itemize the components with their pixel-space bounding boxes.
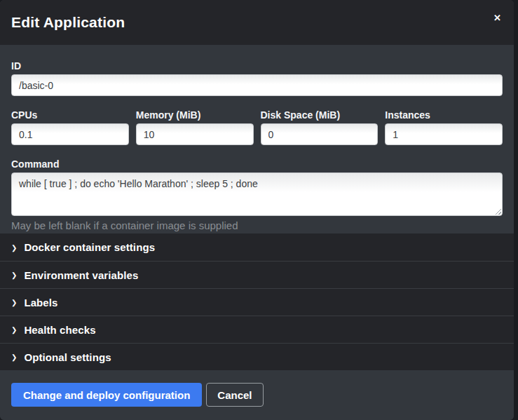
disk-field-group: Disk Space (MiB)	[261, 109, 379, 145]
memory-label: Memory (MiB)	[136, 109, 254, 121]
edit-application-form: ID CPUs Memory (MiB) Disk Space (MiB) In…	[0, 45, 514, 233]
command-textarea[interactable]: while [ true ] ; do echo 'Hello Marathon…	[11, 172, 503, 216]
memory-input[interactable]	[136, 123, 254, 145]
cancel-button[interactable]: Cancel	[206, 383, 263, 407]
section-label: Optional settings	[24, 351, 111, 363]
disk-input[interactable]	[261, 123, 379, 145]
section-environment-variables[interactable]: ❯ Environment variables	[0, 261, 514, 288]
section-label: Environment variables	[24, 269, 138, 281]
id-label: ID	[11, 60, 503, 72]
command-helper-text: May be left blank if a container image i…	[11, 219, 503, 231]
section-optional-settings[interactable]: ❯ Optional settings	[0, 343, 514, 370]
section-label: Labels	[24, 297, 57, 309]
collapsible-sections: ❯ Docker container settings ❯ Environmen…	[0, 233, 514, 370]
cpus-input[interactable]	[11, 123, 129, 145]
id-input[interactable]	[11, 74, 503, 96]
command-label: Command	[11, 158, 503, 170]
section-labels[interactable]: ❯ Labels	[0, 288, 514, 316]
memory-field-group: Memory (MiB)	[136, 109, 254, 145]
disk-label: Disk Space (MiB)	[261, 109, 379, 121]
modal-title: Edit Application	[11, 14, 125, 31]
chevron-right-icon: ❯	[11, 244, 17, 251]
close-icon[interactable]: ✕	[489, 10, 505, 26]
section-label: Health checks	[24, 324, 95, 336]
chevron-right-icon: ❯	[11, 327, 17, 334]
section-label: Docker container settings	[24, 241, 155, 253]
id-field-group: ID	[11, 60, 503, 96]
chevron-right-icon: ❯	[11, 354, 17, 361]
cpus-field-group: CPUs	[11, 109, 129, 145]
chevron-right-icon: ❯	[11, 299, 17, 306]
instances-input[interactable]	[385, 123, 503, 145]
resources-row: CPUs Memory (MiB) Disk Space (MiB) Insta…	[11, 109, 503, 145]
modal-header: Edit Application ✕	[0, 0, 514, 45]
cpus-label: CPUs	[11, 109, 129, 121]
section-docker-container-settings[interactable]: ❯ Docker container settings	[0, 233, 514, 261]
section-health-checks[interactable]: ❯ Health checks	[0, 316, 514, 343]
chevron-right-icon: ❯	[11, 272, 17, 279]
edit-application-modal: Edit Application ✕ ID CPUs Memory (MiB) …	[0, 0, 514, 420]
command-textarea-wrap: while [ true ] ; do echo 'Hello Marathon…	[11, 172, 503, 216]
modal-footer: Change and deploy configuration Cancel	[0, 370, 514, 420]
instances-label: Instances	[385, 109, 503, 121]
instances-field-group: Instances	[385, 109, 503, 145]
change-and-deploy-button[interactable]: Change and deploy configuration	[11, 383, 202, 407]
command-field-group: Command while [ true ] ; do echo 'Hello …	[11, 158, 503, 231]
